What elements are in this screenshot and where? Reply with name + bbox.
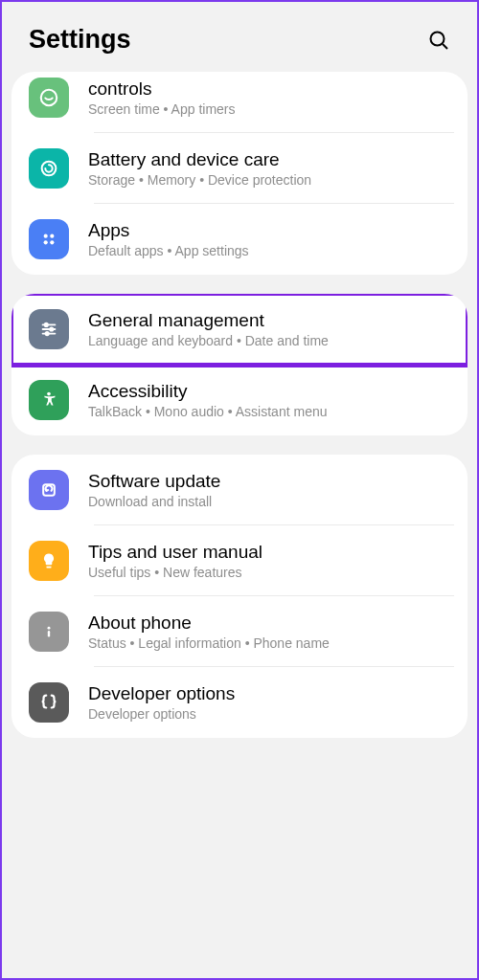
battery-care-icon: [29, 148, 69, 189]
apps-icon: [29, 219, 69, 259]
item-text: General management Language and keyboard…: [88, 310, 450, 348]
list-item-software-update[interactable]: Software update Download and install: [11, 455, 468, 525]
svg-point-4: [44, 234, 48, 238]
svg-point-5: [50, 234, 54, 238]
item-subtitle: Default apps • App settings: [88, 243, 450, 258]
svg-point-17: [48, 627, 51, 630]
update-icon: [29, 470, 69, 510]
item-subtitle: Developer options: [88, 706, 450, 722]
item-title: controls: [88, 78, 450, 100]
item-text: Apps Default apps • App settings: [88, 220, 450, 258]
svg-point-6: [44, 240, 48, 244]
lightbulb-icon: [29, 541, 69, 581]
svg-point-9: [45, 323, 48, 326]
svg-point-2: [41, 90, 57, 106]
item-subtitle: TalkBack • Mono audio • Assistant menu: [88, 404, 450, 419]
item-title: Battery and device care: [88, 149, 450, 170]
page-title: Settings: [29, 25, 131, 55]
list-item-accessibility[interactable]: Accessibility TalkBack • Mono audio • As…: [11, 365, 468, 435]
item-subtitle: Storage • Memory • Device protection: [88, 172, 450, 188]
sliders-icon: [29, 309, 69, 349]
list-item-developer-options[interactable]: Developer options Developer options: [11, 667, 468, 738]
item-text: Developer options Developer options: [88, 683, 450, 722]
search-icon[interactable]: [427, 29, 450, 52]
svg-point-11: [50, 327, 53, 330]
item-title: Developer options: [88, 683, 450, 704]
item-title: Accessibility: [88, 381, 450, 402]
item-title: Apps: [88, 220, 450, 241]
item-title: Software update: [88, 471, 450, 492]
accessibility-icon: [29, 380, 69, 420]
svg-rect-18: [48, 631, 50, 636]
svg-line-1: [443, 44, 447, 49]
item-text: Battery and device care Storage • Memory…: [88, 149, 450, 188]
list-item-general-management[interactable]: General management Language and keyboard…: [11, 294, 468, 368]
item-subtitle: Screen time • App timers: [88, 101, 450, 117]
code-braces-icon: [29, 682, 69, 723]
item-text: Tips and user manual Useful tips • New f…: [88, 542, 450, 580]
wellbeing-icon: [29, 78, 69, 118]
item-title: About phone: [88, 612, 450, 634]
svg-point-7: [50, 240, 54, 244]
item-text: About phone Status • Legal information •…: [88, 612, 450, 651]
settings-section: Software update Download and install Tip…: [11, 455, 468, 738]
info-icon: [29, 612, 69, 652]
list-item-battery[interactable]: Battery and device care Storage • Memory…: [11, 133, 468, 204]
list-item-tips[interactable]: Tips and user manual Useful tips • New f…: [11, 525, 468, 596]
item-text: controls Screen time • App timers: [88, 78, 450, 117]
item-text: Accessibility TalkBack • Mono audio • As…: [88, 381, 450, 419]
svg-point-14: [47, 392, 51, 396]
item-text: Software update Download and install: [88, 471, 450, 509]
settings-section: General management Language and keyboard…: [11, 294, 468, 435]
settings-section: controls Screen time • App timers Batter…: [11, 72, 468, 275]
svg-point-3: [42, 162, 57, 176]
svg-point-0: [431, 32, 445, 45]
item-title: Tips and user manual: [88, 542, 450, 563]
list-item-controls[interactable]: controls Screen time • App timers: [11, 72, 468, 133]
svg-point-13: [46, 332, 49, 335]
item-subtitle: Language and keyboard • Date and time: [88, 333, 450, 348]
item-subtitle: Status • Legal information • Phone name: [88, 635, 450, 651]
item-title: General management: [88, 310, 450, 331]
item-subtitle: Download and install: [88, 494, 450, 509]
header: Settings: [2, 2, 477, 72]
list-item-apps[interactable]: Apps Default apps • App settings: [11, 204, 468, 275]
list-item-about-phone[interactable]: About phone Status • Legal information •…: [11, 596, 468, 667]
item-subtitle: Useful tips • New features: [88, 565, 450, 580]
